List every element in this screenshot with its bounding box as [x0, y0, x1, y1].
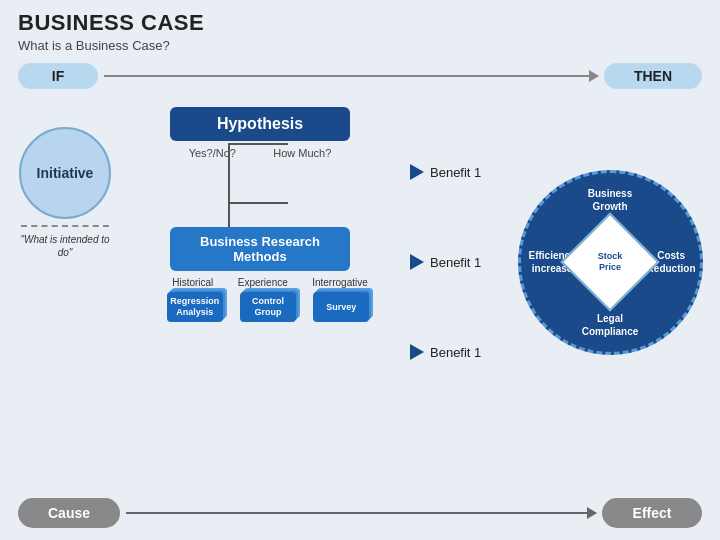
initiative-circle: Initiative [19, 127, 111, 219]
card-stack-survey: Survey [313, 292, 373, 328]
h-connector-mid [228, 202, 288, 204]
circle-bottom-label: LegalCompliance [582, 312, 639, 338]
circle-section: BusinessGrowth LegalCompliance Efficienc… [510, 97, 710, 457]
if-then-arrow [104, 75, 598, 77]
benefits-section: Benefit 1 Benefit 1 Benefit 1 [410, 97, 510, 457]
then-pill: THEN [604, 63, 702, 89]
benefit-row-3: Benefit 1 [410, 344, 510, 360]
stock-price-label: Stock Price [590, 251, 630, 273]
hypothesis-label: Hypothesis [217, 115, 303, 132]
card-front-survey: Survey [313, 292, 369, 322]
benefit-row-2: Benefit 1 [410, 254, 510, 270]
hypothesis-box: Hypothesis [170, 107, 350, 141]
card-stack-regression: Regression Analysis [167, 292, 227, 328]
dashed-divider [21, 225, 109, 227]
if-then-bar: IF THEN [0, 63, 720, 89]
initiative-section: Initiative "What is intended to do" [10, 97, 120, 457]
initiative-sublabel: "What is intended to do" [19, 233, 111, 259]
yes-no-row: Yes?/No? How Much? [170, 147, 350, 159]
effect-pill: Effect [602, 498, 702, 528]
cause-pill: Cause [18, 498, 120, 528]
benefit-arrow-3 [410, 344, 424, 360]
method-cards-row: Regression Analysis Control Group Survey [160, 292, 380, 328]
cause-effect-bar: Cause Effect [0, 498, 720, 528]
methods-box: Business Research Methods [170, 227, 350, 271]
benefit-arrow-1 [410, 164, 424, 180]
method-labels: Historical Experience Interrogative [160, 277, 380, 288]
card-stack-control: Control Group [240, 292, 300, 328]
circle-top-label: BusinessGrowth [588, 187, 632, 213]
card-front-control: Control Group [240, 292, 296, 322]
benefit-label-2: Benefit 1 [430, 255, 481, 270]
main-content: Initiative "What is intended to do" Hypo… [0, 97, 720, 457]
if-pill: IF [18, 63, 98, 89]
method1-label: Historical [172, 277, 213, 288]
card-front-regression: Regression Analysis [167, 292, 223, 322]
initiative-label: Initiative [37, 165, 94, 181]
benefit-arrow-2 [410, 254, 424, 270]
method2-label: Experience [238, 277, 288, 288]
method3-label: Interrogative [312, 277, 368, 288]
how-much-label: How Much? [273, 147, 331, 159]
header: BUSINESS CASE What is a Business Case? [0, 0, 720, 57]
inner-diamond-container: Stock Price [570, 222, 650, 302]
outer-circle: BusinessGrowth LegalCompliance Efficienc… [518, 170, 703, 355]
sub-title: What is a Business Case? [18, 38, 702, 53]
benefit-label-1: Benefit 1 [430, 165, 481, 180]
main-title: BUSINESS CASE [18, 10, 702, 36]
cause-effect-arrow [126, 512, 596, 514]
benefit-label-3: Benefit 1 [430, 345, 481, 360]
methods-label: Business Research Methods [200, 234, 320, 264]
center-section: Hypothesis Yes?/No? How Much? Business R… [120, 97, 410, 457]
benefit-row-1: Benefit 1 [410, 164, 510, 180]
